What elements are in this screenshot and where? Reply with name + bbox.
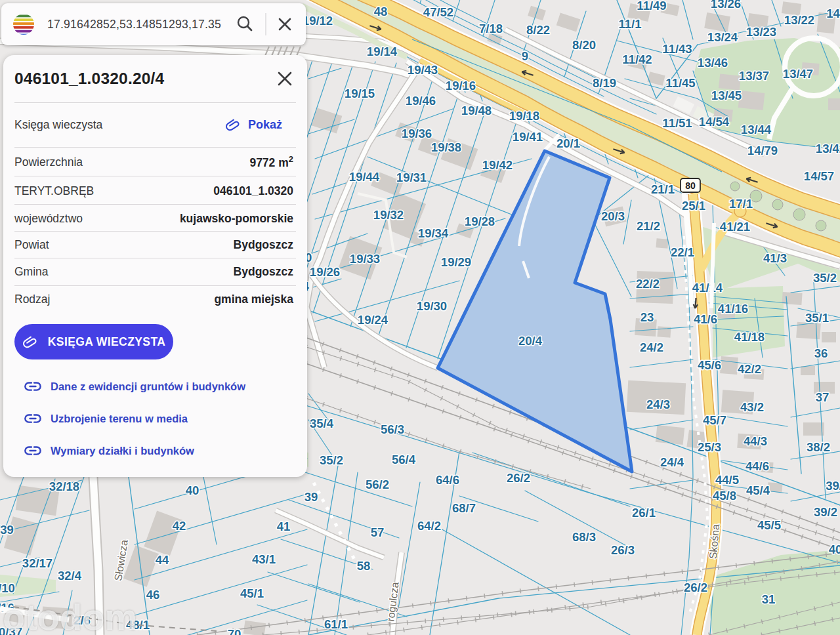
svg-text:19/31: 19/31 — [396, 171, 427, 184]
svg-text:38/2: 38/2 — [807, 440, 830, 454]
svg-text:13/23: 13/23 — [746, 25, 776, 39]
svg-text:/39: /39 — [0, 523, 14, 537]
svg-text:58: 58 — [357, 559, 371, 573]
svg-text:40: 40 — [186, 483, 200, 497]
svg-text:22/1: 22/1 — [671, 245, 694, 259]
svg-text:25/3: 25/3 — [698, 440, 721, 454]
svg-text:42: 42 — [173, 519, 186, 533]
svg-text:45/6: 45/6 — [698, 358, 721, 372]
svg-text:44/3: 44/3 — [744, 434, 767, 448]
svg-text:43/1: 43/1 — [252, 552, 276, 566]
svg-text:40: 40 — [829, 543, 840, 556]
svg-text:19/18: 19/18 — [509, 109, 539, 123]
svg-text:23: 23 — [640, 310, 654, 324]
svg-text:19/44: 19/44 — [349, 170, 380, 184]
svg-text:13/42: 13/42 — [816, 142, 840, 155]
svg-text:57: 57 — [371, 525, 385, 539]
svg-text:19/36: 19/36 — [402, 127, 432, 140]
svg-text:56/2: 56/2 — [366, 478, 389, 491]
svg-text:68/3: 68/3 — [572, 530, 596, 544]
svg-text:26/3: 26/3 — [611, 543, 635, 557]
svg-text:19/12: 19/12 — [303, 14, 333, 28]
svg-text:39: 39 — [304, 490, 318, 504]
svg-text:13/26: 13/26 — [711, 0, 741, 10]
svg-text:44/6: 44/6 — [746, 459, 769, 473]
svg-text:19/16: 19/16 — [446, 79, 476, 92]
svg-text:13/45: 13/45 — [711, 89, 742, 102]
svg-text:7/18: 7/18 — [479, 22, 503, 35]
svg-text:45/4: 45/4 — [746, 483, 770, 497]
svg-text:13/24: 13/24 — [707, 30, 738, 44]
svg-text:21/2: 21/2 — [637, 219, 660, 233]
svg-text:19/42: 19/42 — [482, 158, 513, 172]
svg-text:14/79: 14/79 — [747, 144, 778, 157]
svg-text:14/: 14/ — [826, 7, 840, 20]
svg-text:19/29: 19/29 — [441, 255, 471, 269]
svg-text:14/54: 14/54 — [699, 115, 730, 129]
svg-text:45/7: 45/7 — [703, 413, 726, 427]
svg-text:64/6: 64/6 — [436, 473, 459, 487]
svg-text:80: 80 — [685, 180, 696, 191]
svg-text:41/18: 41/18 — [734, 330, 765, 344]
svg-text:43/2: 43/2 — [740, 400, 764, 414]
svg-text:20/4: 20/4 — [518, 334, 543, 348]
svg-text:70: 70 — [228, 627, 242, 635]
svg-text:19/41: 19/41 — [513, 130, 543, 144]
svg-text:35/2: 35/2 — [320, 453, 343, 467]
svg-text:19/34: 19/34 — [418, 226, 449, 240]
svg-text:13/46: 13/46 — [698, 56, 728, 70]
svg-text:19/14: 19/14 — [367, 45, 398, 58]
svg-text:46: 46 — [146, 588, 160, 602]
svg-text:26/2: 26/2 — [684, 581, 707, 594]
svg-text:41/3: 41/3 — [763, 251, 787, 265]
svg-text:8/22: 8/22 — [526, 23, 550, 37]
svg-text:11/1: 11/1 — [619, 17, 642, 31]
svg-text:48: 48 — [374, 5, 388, 18]
svg-text:31: 31 — [762, 592, 776, 606]
svg-text:20/1: 20/1 — [556, 136, 580, 150]
svg-text:24/2: 24/2 — [640, 340, 663, 354]
svg-text:35/2: 35/2 — [813, 271, 837, 285]
svg-text:68/7: 68/7 — [452, 501, 476, 515]
svg-text:19/26: 19/26 — [310, 265, 340, 279]
svg-text:14/57: 14/57 — [804, 169, 834, 183]
svg-text:19/46: 19/46 — [406, 94, 436, 108]
svg-text:19/28: 19/28 — [465, 215, 495, 228]
svg-text:41/16: 41/16 — [718, 302, 748, 316]
svg-text:11/43: 11/43 — [662, 42, 692, 56]
svg-text:26/2: 26/2 — [507, 471, 530, 485]
svg-text:37: 37 — [816, 390, 830, 404]
svg-text:41: 41 — [277, 520, 291, 533]
svg-text:9: 9 — [522, 49, 528, 63]
svg-text:45/5: 45/5 — [757, 518, 781, 532]
svg-text:19/32: 19/32 — [373, 208, 404, 222]
svg-text:26/1: 26/1 — [632, 506, 656, 520]
svg-text:32/18: 32/18 — [49, 480, 79, 493]
svg-text:61/1: 61/1 — [324, 617, 348, 631]
svg-text:36: 36 — [814, 346, 828, 360]
svg-text:19/43: 19/43 — [408, 63, 438, 77]
svg-text:32/4: 32/4 — [58, 569, 82, 583]
svg-text:64/2: 64/2 — [417, 519, 441, 533]
svg-text:41/21: 41/21 — [720, 220, 750, 234]
svg-text:25/1: 25/1 — [682, 199, 705, 213]
svg-text:22/2: 22/2 — [636, 277, 660, 291]
svg-text:19/48: 19/48 — [461, 104, 492, 117]
svg-text:8/20: 8/20 — [572, 38, 596, 52]
svg-text:/10: /10 — [0, 581, 15, 595]
svg-text:11/42: 11/42 — [622, 52, 652, 66]
svg-text:24/3: 24/3 — [646, 398, 670, 411]
svg-text:21/1: 21/1 — [651, 182, 675, 196]
svg-text:13/47: 13/47 — [783, 67, 813, 81]
svg-text:42/2: 42/2 — [738, 362, 761, 376]
svg-text:47/52: 47/52 — [423, 5, 453, 19]
svg-text:24/4: 24/4 — [660, 455, 684, 469]
svg-text:20/3: 20/3 — [601, 209, 625, 223]
svg-text:17/1: 17/1 — [729, 197, 753, 211]
svg-text:13/22: 13/22 — [784, 13, 814, 27]
svg-text:13/37: 13/37 — [739, 69, 769, 83]
svg-text:19/38: 19/38 — [431, 140, 461, 154]
svg-text:45/1: 45/1 — [240, 586, 264, 600]
svg-text:19/30: 19/30 — [417, 299, 447, 313]
svg-text:41/6: 41/6 — [694, 312, 717, 326]
